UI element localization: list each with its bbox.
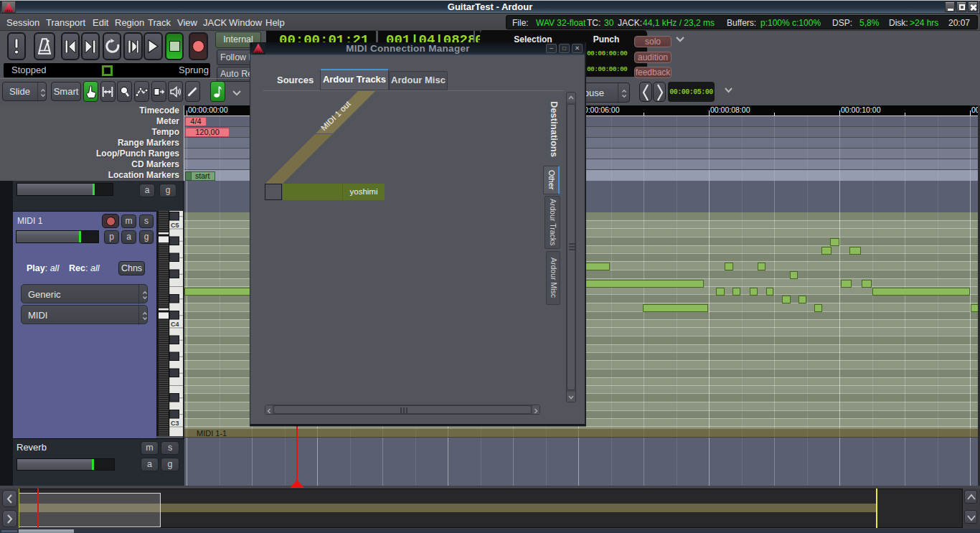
svg-text:C4: C4 <box>171 321 179 328</box>
svg-text:C5: C5 <box>171 222 179 229</box>
svg-text:C3: C3 <box>171 420 179 427</box>
svg-text:start: start <box>195 171 210 180</box>
